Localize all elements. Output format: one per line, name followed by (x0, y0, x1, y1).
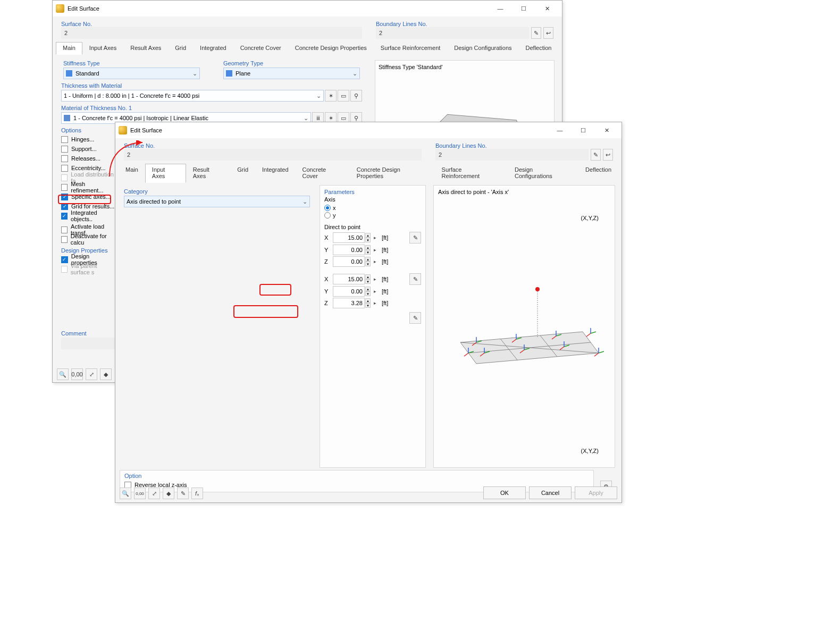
coord-Y-input[interactable]: ▲▼▸ (333, 286, 379, 297)
option-8[interactable]: ✓Integrated objects.. (57, 211, 121, 221)
surface-no-input[interactable] (124, 149, 422, 161)
checkbox-icon (61, 174, 68, 181)
coord-X-input[interactable]: ▲▼▸ (333, 274, 379, 284)
tabs-back: Main Input Axes Result Axes Grid Integra… (53, 41, 562, 55)
maximize-button[interactable]: ☐ (572, 123, 595, 138)
tab-input-axes[interactable]: Input Axes (82, 42, 123, 55)
tab-grid[interactable]: Grid (168, 42, 193, 55)
coord-Z-input[interactable]: ▲▼▸ (333, 298, 379, 308)
checkbox-icon: ✓ (61, 256, 68, 263)
tab-concrete-cover[interactable]: Concrete Cover (296, 164, 350, 183)
svg-point-7 (535, 287, 540, 291)
axis-icon[interactable]: ⤢ (148, 488, 160, 499)
new-icon[interactable]: ✶ (325, 90, 337, 102)
checkbox-icon (61, 155, 68, 162)
checkbox-icon (61, 266, 68, 273)
close-button[interactable]: ✕ (595, 123, 618, 138)
tab-main[interactable]: Main (119, 164, 145, 183)
highlight-specific-axes (58, 195, 111, 204)
tab-grid[interactable]: Grid (230, 164, 255, 183)
option-1[interactable]: Support... (57, 144, 121, 154)
titlebar: Edit Surface — ☐ ✕ (115, 122, 621, 138)
option-0[interactable]: Hinges... (57, 135, 121, 144)
option-2[interactable]: Releases... (57, 154, 121, 163)
cancel-button[interactable]: Cancel (529, 486, 572, 499)
apply-button[interactable]: Apply (575, 486, 617, 499)
tool-icon[interactable]: ◆ (100, 368, 112, 380)
axis-label: Axis (320, 196, 425, 205)
minimize-button[interactable]: — (489, 1, 512, 16)
surface-no-label: Surface No. (57, 19, 366, 27)
app-icon (119, 126, 127, 135)
tab-integrated[interactable]: Integrated (255, 164, 296, 183)
preview-title: Axis direct to point - 'Axis x' (438, 189, 509, 195)
checkbox-icon (61, 146, 68, 153)
tab-design-configurations[interactable]: Design Configurations (447, 42, 518, 55)
tool-a-icon[interactable]: ◆ (163, 488, 174, 499)
swatch-icon (64, 115, 70, 121)
open-icon[interactable]: ▭ (338, 90, 349, 102)
tab-deflection[interactable]: Deflection (578, 164, 618, 183)
thickness-combo[interactable]: 1 - Uniform | d : 8.000 in | 1 - Concret… (61, 90, 324, 102)
tab-input-axes[interactable]: Input Axes (145, 164, 186, 183)
window-title: Edit Surface (68, 5, 489, 12)
option-label: Option (120, 473, 593, 480)
tab-concrete-design-properties[interactable]: Concrete Design Properties (350, 164, 435, 183)
maximize-button[interactable]: ☐ (512, 1, 535, 16)
chevron-down-icon: ⌄ (192, 70, 197, 77)
checkbox-icon (61, 184, 68, 191)
fx-icon[interactable]: fₓ (191, 488, 203, 499)
units-icon[interactable]: 0,00 (71, 368, 83, 380)
radio-x[interactable]: x (333, 205, 336, 211)
tab-result-axes[interactable]: Result Axes (186, 164, 231, 183)
ok-button[interactable]: OK (483, 486, 526, 499)
tab-surface-reinforcement[interactable]: Surface Reinforcement (435, 164, 508, 183)
geometry-type-combo[interactable]: Plane ⌄ (223, 68, 360, 79)
reset-icon[interactable]: ↩ (603, 149, 613, 161)
tab-main[interactable]: Main (56, 42, 82, 55)
pick-icon[interactable]: ✎ (591, 149, 601, 161)
stiffness-type-combo[interactable]: Standard ⌄ (63, 68, 200, 79)
tab-deflection[interactable]: Deflection (519, 42, 559, 55)
library-icon[interactable]: ⚲ (350, 90, 362, 102)
tab-integrated[interactable]: Integrated (193, 42, 233, 55)
close-button[interactable]: ✕ (535, 1, 559, 16)
coord-Z-input[interactable]: ▲▼▸ (333, 256, 379, 267)
tab-concrete-cover[interactable]: Concrete Cover (233, 42, 288, 55)
target-icon[interactable]: ✎ (409, 273, 421, 285)
design-prop-1: Via parent surface s (57, 264, 121, 274)
boundary-lines-input[interactable] (376, 27, 529, 39)
tab-result-axes[interactable]: Result Axes (123, 42, 168, 55)
chevron-down-icon: ⌄ (352, 70, 357, 77)
zoom-icon[interactable]: 🔍 (57, 368, 69, 380)
tab-design-configurations[interactable]: Design Configurations (508, 164, 578, 183)
chevron-down-icon: ⌄ (316, 93, 321, 99)
zoom-icon[interactable]: 🔍 (120, 488, 131, 499)
pick-icon[interactable]: ✎ (531, 27, 541, 39)
surface-no-label: Surface No. (120, 140, 426, 149)
target-icon[interactable]: ✎ (409, 232, 421, 243)
tool-b-icon[interactable]: ✎ (177, 488, 189, 499)
boundary-lines-label: Boundary Lines No. (431, 140, 617, 149)
reset-icon[interactable]: ↩ (543, 27, 553, 39)
window-title: Edit Surface (130, 127, 548, 133)
tab-surface-reinforcement[interactable]: Surface Reinforcement (374, 42, 448, 55)
boundary-lines-input[interactable] (435, 149, 589, 161)
geometry-type-label: Geometry Type (219, 57, 364, 68)
coord-Y-input[interactable]: ▲▼▸ (333, 245, 379, 255)
surface-no-input[interactable] (61, 27, 362, 39)
coord-label-1: (X,Y,Z) (581, 215, 599, 221)
target-icon[interactable]: ✎ (409, 312, 421, 324)
boundary-lines-label: Boundary Lines No. (372, 19, 558, 27)
option-5[interactable]: Mesh refinement... (57, 182, 121, 192)
coord-X-input[interactable]: ▲▼▸ (333, 232, 379, 243)
checkbox-icon (61, 165, 68, 172)
axis-icon[interactable]: ⤢ (86, 368, 97, 380)
option-10[interactable]: Deactivate for calcu (57, 234, 121, 244)
category-combo[interactable]: Axis directed to point ⌄ (124, 196, 310, 207)
radio-y[interactable]: y (333, 212, 336, 219)
highlight-input-axes-tab (259, 284, 291, 296)
tab-concrete-design-properties[interactable]: Concrete Design Properties (288, 42, 374, 55)
minimize-button[interactable]: — (548, 123, 572, 138)
units-icon[interactable]: 0,00 (134, 488, 146, 499)
